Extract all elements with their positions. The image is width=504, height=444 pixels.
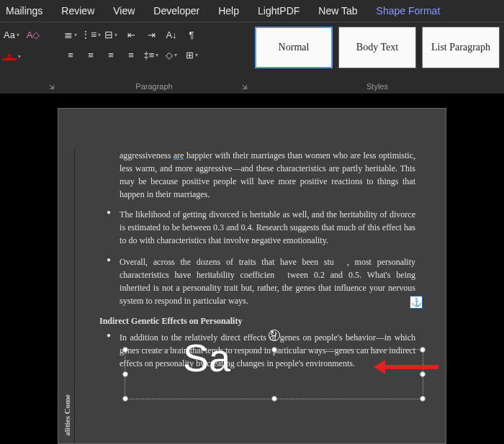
increase-indent-button[interactable]: ⇥ xyxy=(143,27,160,42)
clear-formatting-button[interactable]: A◇ xyxy=(24,27,42,42)
tab-lightpdf[interactable]: LightPDF xyxy=(255,1,302,20)
style-listparagraph[interactable]: List Paragraph xyxy=(422,27,500,68)
align-left-button[interactable]: ≡ xyxy=(62,47,79,63)
style-normal[interactable]: Normal xyxy=(255,27,333,68)
align-right-button[interactable]: ≡ xyxy=(102,47,120,63)
resize-handle-bl[interactable] xyxy=(122,396,128,402)
decrease-indent-button[interactable]: ⇤ xyxy=(122,27,140,42)
ribbon-tabs: Mailings Review View Developer Help Ligh… xyxy=(0,0,504,22)
text-box-frame[interactable]: Sa xyxy=(125,349,423,399)
resize-handle-tl[interactable] xyxy=(122,347,128,353)
bullets-button[interactable]: ≣▾ xyxy=(62,27,79,42)
arrow-annotation xyxy=(384,365,438,369)
document-page[interactable]: alities Come aggressiveness are happier … xyxy=(58,108,446,444)
change-case-button[interactable]: Aa▾ xyxy=(3,27,20,42)
multilevel-list-button[interactable]: ⊟▾ xyxy=(102,27,120,42)
tab-mailings[interactable]: Mailings xyxy=(3,1,45,20)
margin-line xyxy=(74,149,75,443)
font-color-button[interactable]: A▾ xyxy=(3,48,20,64)
paragraph-group: ≣▾ ⋮≡▾ ⊟▾ ⇤ ⇥ A↓ ¶ ≡ ≡ ≡ ≡ ‡≡▾ ◇▾ ⊞▾ Par… xyxy=(58,22,251,94)
numbering-button[interactable]: ⋮≡▾ xyxy=(82,27,99,42)
rotation-handle[interactable] xyxy=(269,330,280,341)
list-item[interactable]: ● The likelihood of getting divorced is … xyxy=(107,208,415,247)
sort-button[interactable]: A↓ xyxy=(163,27,180,42)
tab-help[interactable]: Help xyxy=(215,1,242,20)
tab-developer[interactable]: Developer xyxy=(150,1,202,20)
paragraph-1[interactable]: aggressiveness are happier with their ma… xyxy=(120,149,415,201)
styles-group: Normal Body Text List Paragraph Styles xyxy=(251,22,504,94)
font-color-swatch xyxy=(2,58,17,60)
styles-group-label: Styles xyxy=(366,82,388,91)
resize-handle-br[interactable] xyxy=(420,396,426,402)
tab-newtab[interactable]: New Tab xyxy=(315,1,360,20)
style-bodytext[interactable]: Body Text xyxy=(338,27,416,68)
align-center-button[interactable]: ≡ xyxy=(82,47,99,63)
tab-review[interactable]: Review xyxy=(58,1,97,20)
anchor-icon[interactable]: ⚓ xyxy=(410,296,423,309)
bullet-icon: ● xyxy=(107,255,111,307)
ribbon: Aa▾ A◇ A▾ ⇲ ≣▾ ⋮≡▾ ⊟▾ ⇤ ⇥ A↓ ¶ ≡ ≡ ≡ ≡ ‡… xyxy=(0,22,504,94)
section-heading[interactable]: Indirect Genetic Effects on Personality xyxy=(99,316,415,327)
font-dialog-launcher[interactable]: ⇲ xyxy=(49,83,55,91)
bullet-icon: ● xyxy=(107,331,111,370)
bullet-list: ● The likelihood of getting divorced is … xyxy=(107,208,415,307)
show-hide-button[interactable]: ¶ xyxy=(183,27,200,42)
resize-handle-mr[interactable] xyxy=(420,371,426,377)
tab-shapeformat[interactable]: Shape Format xyxy=(374,1,444,20)
underlined-word: are xyxy=(174,150,184,160)
resize-handle-tr[interactable] xyxy=(420,347,426,353)
line-spacing-button[interactable]: ‡≡▾ xyxy=(143,47,160,63)
paragraph-dialog-launcher[interactable]: ⇲ xyxy=(242,83,248,91)
tab-view[interactable]: View xyxy=(110,1,138,20)
bullet-icon: ● xyxy=(107,208,111,247)
borders-button[interactable]: ⊞▾ xyxy=(183,47,200,63)
resize-handle-ml[interactable] xyxy=(122,371,128,377)
paragraph-group-label: Paragraph xyxy=(135,82,172,91)
document-area: alities Come aggressiveness are happier … xyxy=(0,94,504,444)
vertical-tab-label: alities Come xyxy=(63,394,71,436)
justify-button[interactable]: ≡ xyxy=(122,47,140,63)
list-item[interactable]: ● Overall, across the dozens of traits t… xyxy=(107,255,415,307)
shading-button[interactable]: ◇▾ xyxy=(163,47,180,63)
textbox-content[interactable]: Sa xyxy=(183,335,230,380)
resize-handle-tm[interactable] xyxy=(271,347,277,353)
resize-handle-bm[interactable] xyxy=(271,396,277,402)
font-group: Aa▾ A◇ A▾ ⇲ xyxy=(0,22,58,94)
